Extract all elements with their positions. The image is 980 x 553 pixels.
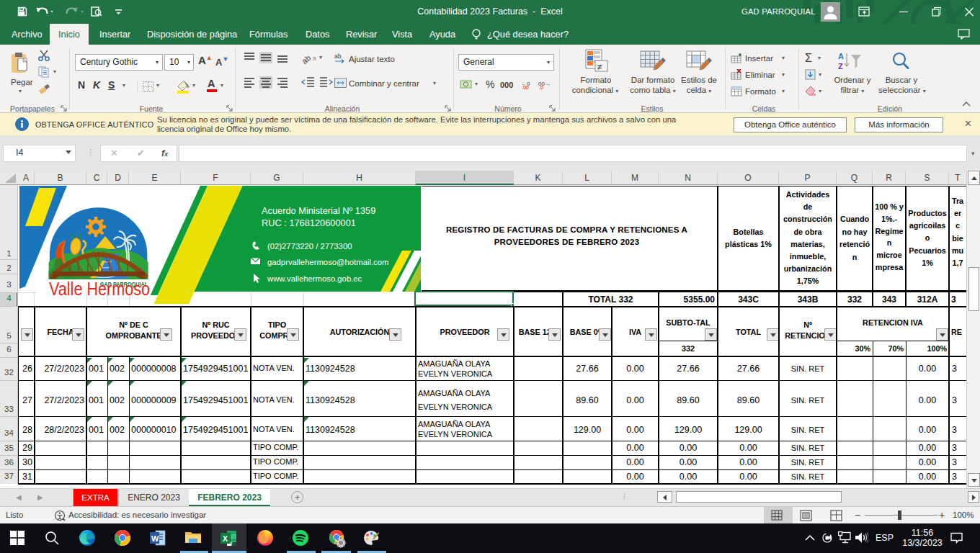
- svg-text:X: X: [223, 534, 228, 543]
- svg-text:W: W: [151, 534, 159, 543]
- svg-text:www.vallehermoso.gob.ec: www.vallehermoso.gob.ec: [267, 274, 362, 283]
- svg-text:(02)2773220 / 2773300: (02)2773220 / 2773300: [267, 242, 352, 251]
- svg-text:gadprvallehermoso@hotmail.com: gadprvallehermoso@hotmail.com: [267, 258, 388, 266]
- svg-text:Acuerdo Ministerial Nº 1359: Acuerdo Ministerial Nº 1359: [262, 205, 375, 216]
- svg-text:Valle Hermoso: Valle Hermoso: [49, 278, 150, 300]
- svg-text:RUC : 1768120600001: RUC : 1768120600001: [262, 217, 356, 228]
